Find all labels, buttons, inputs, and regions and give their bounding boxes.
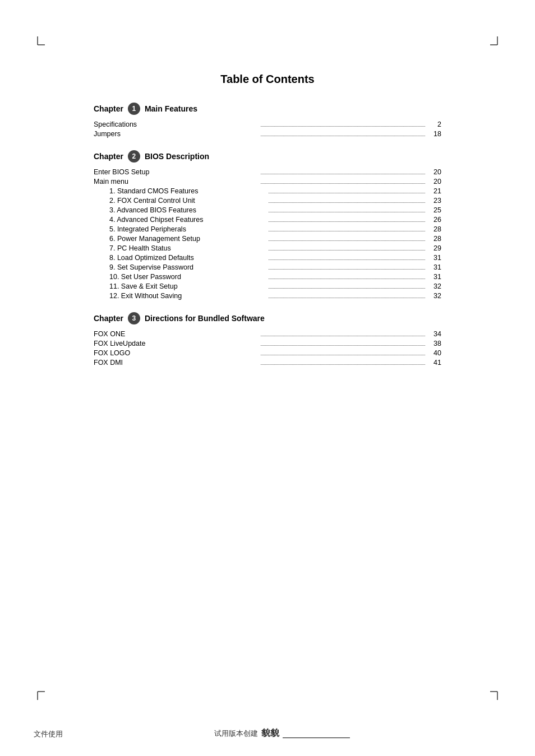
corner-mark-top-right — [487, 34, 504, 50]
footer-center-prefix: 试用版本创建 — [214, 729, 258, 739]
corner-mark-bottom-right — [487, 686, 504, 703]
toc-entry-advanced-bios: 3. Advanced BIOS Features 25 — [94, 206, 441, 214]
footer-center: 试用版本创建 貌貌 — [63, 727, 501, 739]
toc-entry-jumpers-page: 18 — [427, 130, 441, 138]
chapter-3-entries: FOX ONE 34 FOX LiveUpdate 38 FOX LOGO 40… — [94, 330, 441, 367]
toc-entry-integrated-peripherals: 5. Integrated Peripherals 28 — [94, 225, 441, 233]
chapter-2-title: BIOS Description — [145, 152, 209, 161]
toc-entry-standard-cmos: 1. Standard CMOS Features 21 — [94, 187, 441, 195]
chapter-3-header: Chapter 3 Directions for Bundled Softwar… — [94, 312, 441, 324]
toc-entry-specifications: Specifications 2 — [94, 120, 441, 128]
footer: 文件使用 试用版本创建 貌貌 — [0, 727, 535, 739]
toc-entry-jumpers: Jumpers 18 — [94, 130, 441, 138]
page-container: Table of Contents Chapter 1 Main Feature… — [0, 0, 535, 756]
footer-center-content: 试用版本创建 貌貌 — [214, 727, 350, 739]
content-area: Table of Contents Chapter 1 Main Feature… — [94, 0, 441, 367]
chapter-1-entries: Specifications 2 Jumpers 18 — [94, 120, 441, 138]
chapter-3-title: Directions for Bundled Software — [145, 314, 265, 323]
toc-entry-load-defaults: 8. Load Optimized Defaults 31 — [94, 254, 441, 262]
toc-entry-fox-logo: FOX LOGO 40 — [94, 349, 441, 357]
toc-entry-specifications-text: Specifications — [94, 120, 259, 128]
footer-left-text: 文件使用 — [34, 729, 63, 739]
toc-entry-enter-bios-text: Enter BIOS Setup — [94, 168, 259, 176]
footer-brand: 貌貌 — [261, 727, 279, 739]
toc-entry-user-pwd: 10. Set User Password 31 — [94, 273, 441, 281]
chapter-1-header: Chapter 1 Main Features — [94, 103, 441, 115]
toc-entry-supervise-pwd: 9. Set Supervise Password 31 — [94, 263, 441, 271]
chapter-1-section: Chapter 1 Main Features Specifications 2… — [94, 103, 441, 138]
chapter-2-label: Chapter — [94, 152, 123, 161]
chapter-1-title: Main Features — [145, 104, 197, 113]
toc-entry-fox-liveupdate: FOX LiveUpdate 38 — [94, 340, 441, 347]
toc-entry-power-mgmt: 6. Power Management Setup 28 — [94, 235, 441, 243]
corner-mark-bottom-left — [31, 686, 48, 703]
toc-entry-enter-bios: Enter BIOS Setup 20 — [94, 168, 441, 176]
toc-entry-save-exit: 11. Save & Exit Setup 32 — [94, 282, 441, 290]
corner-mark-top-left — [31, 34, 48, 50]
chapter-2-entries: Enter BIOS Setup 20 Main menu 20 1. Stan… — [94, 168, 441, 300]
toc-entry-fox-one: FOX ONE 34 — [94, 330, 441, 338]
chapter-1-label: Chapter — [94, 104, 123, 113]
page-title: Table of Contents — [94, 73, 441, 86]
toc-entry-exit-no-save: 12. Exit Without Saving 32 — [94, 292, 441, 300]
toc-entry-specifications-dots — [261, 126, 426, 127]
chapter-3-section: Chapter 3 Directions for Bundled Softwar… — [94, 312, 441, 367]
chapter-3-number: 3 — [128, 312, 140, 324]
chapter-3-label: Chapter — [94, 314, 123, 323]
toc-entry-fox-dmi: FOX DMI 41 — [94, 359, 441, 367]
chapter-2-section: Chapter 2 BIOS Description Enter BIOS Se… — [94, 150, 441, 300]
toc-entry-pc-health: 7. PC Health Status 29 — [94, 244, 441, 252]
footer-underline — [283, 729, 350, 738]
toc-entry-advanced-chipset: 4. Advanced Chipset Features 26 — [94, 216, 441, 224]
chapter-1-number: 1 — [128, 103, 140, 115]
toc-entry-specifications-page: 2 — [427, 120, 441, 128]
chapter-2-header: Chapter 2 BIOS Description — [94, 150, 441, 163]
toc-entry-jumpers-dots — [261, 136, 426, 136]
chapter-2-number: 2 — [128, 150, 140, 163]
toc-entry-fox-ccu: 2. FOX Central Control Unit 23 — [94, 197, 441, 205]
toc-entry-main-menu: Main menu 20 — [94, 178, 441, 185]
toc-entry-jumpers-text: Jumpers — [94, 130, 259, 138]
